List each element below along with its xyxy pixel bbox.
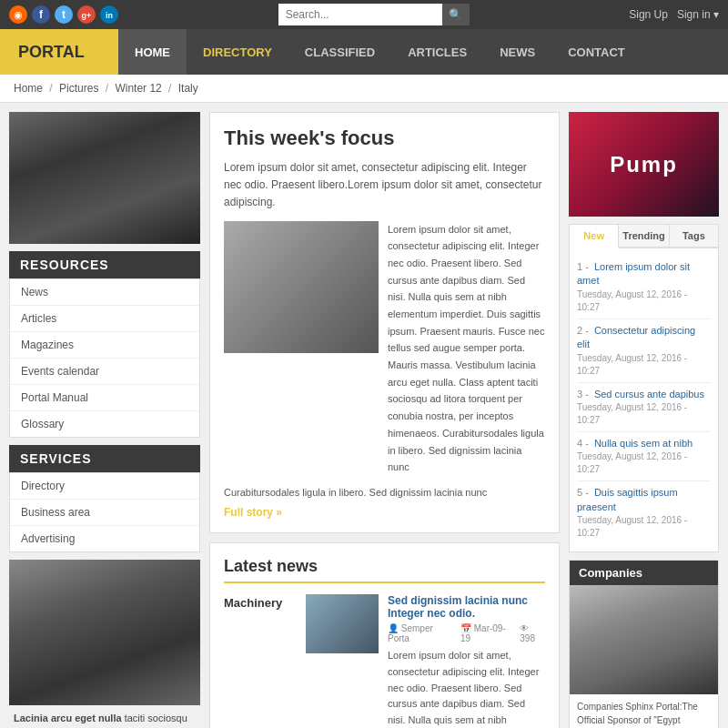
tab-item-num: 1 - xyxy=(577,261,589,272)
tab-new[interactable]: New xyxy=(570,225,619,248)
tab-item-num: 4 - xyxy=(577,438,589,449)
meta-user-icon: 👤 Semper Porta xyxy=(388,623,453,643)
services-section: SERVICES Directory Business area Adverti… xyxy=(9,445,200,552)
googleplus-icon[interactable] xyxy=(77,5,96,24)
tab-item: 2 - Consectetur adipiscing elit Tuesday,… xyxy=(577,319,711,383)
tab-item-date: Tuesday, August 12, 2016 - 10:27 xyxy=(577,288,711,314)
menu-portal-manual[interactable]: Portal Manual xyxy=(10,385,199,411)
latest-news-title: Latest news xyxy=(224,557,545,583)
companies-caption: Companies Sphinx Portal:The Official Spo… xyxy=(570,694,718,728)
tab-item: 5 - Duis sagittis ipsum praesent Tuesday… xyxy=(577,481,711,544)
search-bar: 🔍 xyxy=(278,4,470,25)
nav-directory[interactable]: DIRECTORY xyxy=(187,29,288,75)
nav-news[interactable]: NEWS xyxy=(483,29,551,75)
tab-content: 1 - Lorem ipsum dolor sit amet Tuesday, … xyxy=(570,248,718,551)
news-body-machinery: Lorem ipsum dolor sit amet, consectetur … xyxy=(388,648,545,728)
menu-articles[interactable]: Articles xyxy=(10,306,199,332)
right-top-image: Pump xyxy=(569,112,719,217)
tab-item-num: 2 - xyxy=(577,325,589,336)
tab-item: 3 - Sed cursus ante dapibus Tuesday, Aug… xyxy=(577,383,711,432)
top-bar: 🔍 Sign Up Sign in ▾ xyxy=(0,0,728,29)
menu-directory[interactable]: Directory xyxy=(10,473,199,500)
signup-link[interactable]: Sign Up xyxy=(629,8,668,21)
facebook-icon[interactable] xyxy=(32,5,50,24)
center-content: This week's focus Lorem ipsum dolor sit … xyxy=(200,112,569,728)
services-menu: Directory Business area Advertising xyxy=(9,472,200,552)
tab-item-link[interactable]: Nulla quis sem at nibh xyxy=(594,438,693,449)
meta-views-icon: 👁 398 xyxy=(520,623,545,643)
news-category-machinery: Machinery xyxy=(224,594,297,728)
resources-menu: News Articles Magazines Events calendar … xyxy=(9,278,200,438)
sidebar-mid-image xyxy=(9,560,200,705)
tab-trending[interactable]: Trending xyxy=(619,225,669,248)
tab-item-link[interactable]: Duis sagittis ipsum praesent xyxy=(577,487,678,511)
menu-news[interactable]: News xyxy=(10,279,199,306)
nav-articles[interactable]: ARTICLES xyxy=(391,29,483,75)
main-content: RESOURCES News Articles Magazines Events… xyxy=(0,103,728,728)
nav-classified[interactable]: CLASSIFIED xyxy=(288,29,391,75)
breadcrumb-pictures[interactable]: Pictures xyxy=(59,82,98,95)
twitter-icon[interactable] xyxy=(55,5,73,24)
nav-links: HOME DIRECTORY CLASSIFIED ARTICLES NEWS … xyxy=(118,29,642,75)
search-input[interactable] xyxy=(278,4,442,25)
focus-intro: Lorem ipsum dolor sit amet, consectetur … xyxy=(224,159,545,212)
tab-item-date: Tuesday, August 12, 2016 - 10:27 xyxy=(577,401,711,427)
focus-section: This week's focus Lorem ipsum dolor sit … xyxy=(209,112,560,533)
search-button[interactable]: 🔍 xyxy=(442,4,470,25)
breadcrumb-home[interactable]: Home xyxy=(14,82,43,95)
breadcrumb-italy[interactable]: Italy xyxy=(178,82,198,95)
menu-glossary[interactable]: Glossary xyxy=(10,411,199,437)
tab-item: 1 - Lorem ipsum dolor sit amet Tuesday, … xyxy=(577,256,711,319)
news-thumb-machinery xyxy=(306,594,379,653)
services-header: SERVICES xyxy=(9,445,200,472)
search-icon: 🔍 xyxy=(449,8,462,21)
breadcrumb: Home / Pictures / Winter 12 / Italy xyxy=(0,75,728,103)
focus-body: Lorem ipsum dolor sit amet, consectetur … xyxy=(224,221,545,476)
tab-item-link[interactable]: Consectetur adipiscing elit xyxy=(577,325,695,349)
focus-image xyxy=(224,221,379,353)
menu-advertising[interactable]: Advertising xyxy=(10,526,199,551)
news-headline-machinery[interactable]: Sed dignissim lacinia nunc Integer nec o… xyxy=(388,594,545,620)
tabs-header: New Trending Tags xyxy=(570,225,718,248)
tab-item-date: Tuesday, August 12, 2016 - 10:27 xyxy=(577,514,711,540)
tabs-widget: New Trending Tags 1 - Lorem ipsum dolor … xyxy=(569,224,719,552)
caption-bold: Lacinia arcu eget nulla xyxy=(14,713,122,723)
tab-tags[interactable]: Tags xyxy=(670,225,718,248)
left-sidebar: RESOURCES News Articles Magazines Events… xyxy=(9,112,200,728)
linkedin-icon[interactable] xyxy=(100,5,118,24)
social-icons xyxy=(9,5,118,24)
companies-header: Companies xyxy=(570,561,718,585)
sidebar-top-image xyxy=(9,112,200,244)
menu-events[interactable]: Events calendar xyxy=(10,359,199,385)
breadcrumb-sep1: / xyxy=(49,82,56,95)
rss-icon[interactable] xyxy=(9,5,27,24)
focus-title: This week's focus xyxy=(224,126,545,150)
latest-news: Latest news Machinery Sed dignissim laci… xyxy=(209,542,560,728)
news-meta-machinery: 👤 Semper Porta 📅 Mar-09-19 👁 398 xyxy=(388,623,545,643)
nav-home[interactable]: HOME xyxy=(118,29,187,75)
companies-widget: Companies Companies Sphinx Portal:The Of… xyxy=(569,560,719,728)
breadcrumb-sep2: / xyxy=(106,82,112,95)
news-item: Machinery Sed dignissim lacinia nunc Int… xyxy=(224,594,545,728)
tab-item-num: 3 - xyxy=(577,389,589,399)
sidebar-caption: Lacinia arcu eget nulla taciti sociosqu … xyxy=(9,705,200,728)
focus-text: Lorem ipsum dolor sit amet, consectetur … xyxy=(388,221,545,476)
breadcrumb-winter12[interactable]: Winter 12 xyxy=(115,82,161,95)
logo[interactable]: PORTAL xyxy=(0,29,118,75)
pump-text: Pump xyxy=(610,152,678,177)
tab-item-link[interactable]: Lorem ipsum dolor sit amet xyxy=(577,261,690,286)
tab-item-num: 5 - xyxy=(577,487,589,498)
tab-item-link[interactable]: Sed cursus ante dapibus xyxy=(594,389,704,399)
nav-contact[interactable]: CONTACT xyxy=(551,29,642,75)
news-info-machinery: Sed dignissim lacinia nunc Integer nec o… xyxy=(388,594,545,728)
breadcrumb-sep3: / xyxy=(168,82,175,95)
menu-magazines[interactable]: Magazines xyxy=(10,332,199,359)
menu-business[interactable]: Business area xyxy=(10,500,199,526)
tab-item-date: Tuesday, August 12, 2016 - 10:27 xyxy=(577,352,711,378)
sidebar-mid-section: Lacinia arcu eget nulla taciti sociosqu … xyxy=(9,560,200,728)
companies-image xyxy=(570,585,718,694)
resources-section: RESOURCES News Articles Magazines Events… xyxy=(9,251,200,438)
meta-calendar-icon: 📅 Mar-09-19 xyxy=(460,623,512,643)
full-story-link[interactable]: Full story » xyxy=(224,506,282,519)
signin-link[interactable]: Sign in ▾ xyxy=(677,8,719,21)
